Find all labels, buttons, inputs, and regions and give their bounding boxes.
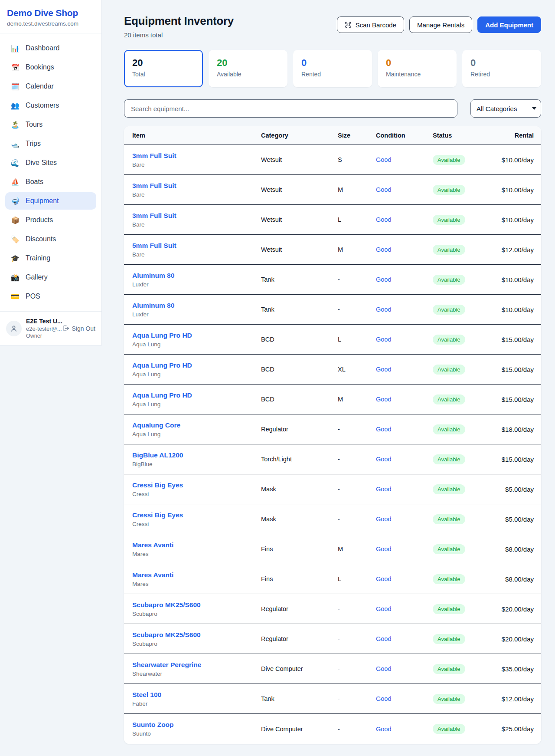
stat-label: Retired [470,71,533,78]
status-cell: Available [424,544,487,554]
calendar-date-icon: 📅 [10,63,20,72]
size-cell: - [330,486,368,493]
brand-name[interactable]: Demo Dive Shop [7,8,95,18]
item-name-link[interactable]: 3mm Full Suit [132,182,253,190]
condition-link[interactable]: Good [376,605,391,612]
condition-link[interactable]: Good [376,546,391,552]
condition-link[interactable]: Good [376,366,391,373]
status-badge: Available [433,664,465,674]
rental-cell: $35.00/day [487,665,541,673]
manage-rentals-button[interactable]: Manage Rentals [409,16,472,33]
sidebar-item-customers[interactable]: 👥 Customers [5,97,96,114]
item-name-link[interactable]: Mares Avanti [132,571,253,579]
sidebar-item-training[interactable]: 🎓 Training [5,250,96,267]
sidebar-item-tours[interactable]: 🏝️ Tours [5,116,96,133]
sidebar-item-products[interactable]: 📦 Products [5,211,96,229]
sidebar-item-gallery[interactable]: 📸 Gallery [5,269,96,286]
sidebar-item-dashboard[interactable]: 📊 Dashboard [5,39,96,57]
item-name-link[interactable]: Scubapro MK25/S600 [132,601,253,609]
item-name-link[interactable]: Steel 100 [132,691,253,699]
add-equipment-button[interactable]: Add Equipment [477,16,541,33]
item-cell: Steel 100 Faber [124,691,253,707]
condition-link[interactable]: Good [376,336,391,343]
condition-link[interactable]: Good [376,456,391,463]
item-cell: 3mm Full Suit Bare [124,152,253,168]
category-select[interactable]: All Categories [470,99,541,118]
item-brand: Aqua Lung [132,431,253,437]
sidebar-item-dive-sites[interactable]: 🌊 Dive Sites [5,154,96,171]
condition-link[interactable]: Good [376,426,391,433]
item-name-link[interactable]: Scubapro MK25/S600 [132,631,253,639]
condition-link[interactable]: Good [376,516,391,523]
sidebar-item-discounts[interactable]: 🏷️ Discounts [5,230,96,248]
stat-card[interactable]: 20 Available [209,50,287,87]
item-name-link[interactable]: Suunto Zoop [132,721,253,729]
condition-link[interactable]: Good [376,635,391,642]
motorboat-icon: 🛥️ [10,140,20,148]
item-name-link[interactable]: Mares Avanti [132,541,253,549]
status-cell: Available [424,424,487,434]
stat-card[interactable]: 0 Retired [462,50,541,87]
condition-link[interactable]: Good [376,246,391,253]
item-brand: Bare [132,221,253,228]
sign-out-button[interactable]: Sign Out [62,325,95,332]
rental-cell: $8.00/day [487,546,541,553]
item-name-link[interactable]: Aluminum 80 [132,302,253,309]
status-badge: Available [433,694,465,704]
item-name-link[interactable]: Aqua Lung Pro HD [132,391,253,399]
sailboat-icon: ⛵ [10,178,20,186]
item-name-link[interactable]: Aluminum 80 [132,272,253,279]
condition-link[interactable]: Good [376,156,391,163]
sidebar-item-trips[interactable]: 🛥️ Trips [5,135,96,152]
stat-value: 0 [386,57,448,69]
table-row: Aqua Lung Pro HD Aqua Lung BCD M Good Av… [124,385,541,414]
condition-link[interactable]: Good [376,216,391,223]
condition-link[interactable]: Good [376,665,391,672]
item-name-link[interactable]: Aqua Lung Pro HD [132,362,253,369]
stat-card[interactable]: 20 Total [124,50,203,87]
condition-link[interactable]: Good [376,186,391,193]
item-name-link[interactable]: Cressi Big Eyes [132,511,253,519]
stat-card[interactable]: 0 Maintenance [378,50,457,87]
table-row: 3mm Full Suit Bare Wetsuit L Good Availa… [124,205,541,235]
table-row: Aluminum 80 Luxfer Tank - Good Available… [124,295,541,325]
rental-cell: $20.00/day [487,605,541,613]
item-brand: Shearwater [132,671,253,677]
condition-cell: Good [368,486,424,493]
condition-link[interactable]: Good [376,276,391,283]
item-name-link[interactable]: Shearwater Peregrine [132,661,253,669]
item-brand: Luxfer [132,281,253,288]
page-header: Equipment Inventory 20 items total Scan … [124,14,541,39]
search-input[interactable] [124,99,457,118]
condition-link[interactable]: Good [376,306,391,313]
sidebar-item-pos[interactable]: 💳 POS [5,288,96,305]
condition-link[interactable]: Good [376,396,391,403]
scan-barcode-button[interactable]: Scan Barcode [337,16,404,33]
item-name-link[interactable]: Aqualung Core [132,421,253,429]
condition-link[interactable]: Good [376,726,391,733]
category-cell: Wetsuit [253,156,330,163]
package-icon: 📦 [10,216,20,224]
table-row: Cressi Big Eyes Cressi Mask - Good Avail… [124,504,541,534]
item-brand: Mares [132,581,253,587]
table-row: Aqualung Core Aqua Lung Regulator - Good… [124,414,541,444]
sidebar-item-equipment[interactable]: 🤿 Equipment [5,192,96,210]
stat-card[interactable]: 0 Rented [293,50,372,87]
rental-cell: $10.00/day [487,306,541,313]
item-name-link[interactable]: 3mm Full Suit [132,212,253,220]
rental-cell: $12.00/day [487,695,541,703]
condition-link[interactable]: Good [376,695,391,702]
item-name-link[interactable]: 3mm Full Suit [132,152,253,160]
condition-link[interactable]: Good [376,575,391,582]
item-name-link[interactable]: 5mm Full Suit [132,242,253,250]
item-name-link[interactable]: Cressi Big Eyes [132,481,253,489]
scan-barcode-label: Scan Barcode [356,21,396,29]
sidebar-item-boats[interactable]: ⛵ Boats [5,173,96,191]
sidebar-item-bookings[interactable]: 📅 Bookings [5,59,96,76]
sidebar-item-calendar[interactable]: 🗓️ Calendar [5,78,96,95]
item-name-link[interactable]: Aqua Lung Pro HD [132,332,253,339]
sidebar-item-label: Training [26,254,50,262]
condition-link[interactable]: Good [376,486,391,493]
item-name-link[interactable]: BigBlue AL1200 [132,451,253,459]
category-cell: Torch/Light [253,456,330,463]
